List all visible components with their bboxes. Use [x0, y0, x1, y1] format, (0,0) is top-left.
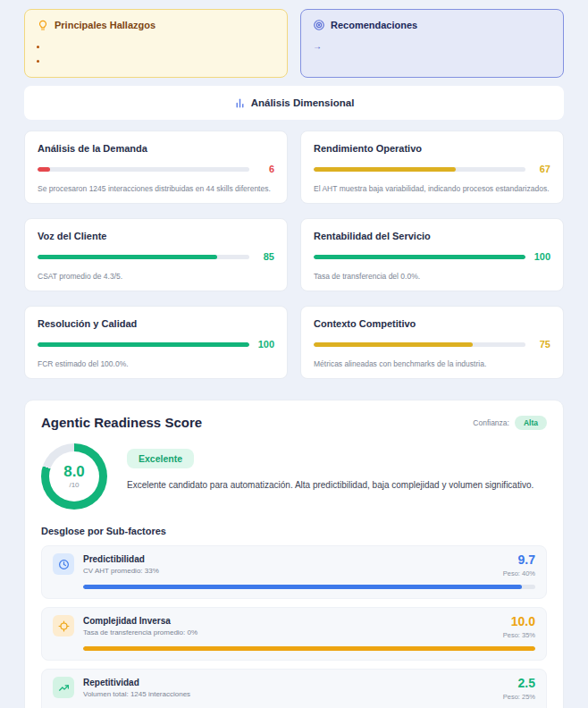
dimension-title: Rendimiento Operativo — [314, 143, 550, 154]
ars-title: Agentic Readiness Score — [41, 415, 202, 430]
progress-track — [38, 255, 249, 259]
recommendations-header: Recomendaciones — [313, 19, 551, 31]
lightbulb-icon — [37, 19, 49, 31]
findings-header: Principales Hallazgos — [37, 19, 275, 31]
crosshair-target-icon — [58, 620, 70, 632]
target-icon — [313, 19, 325, 31]
factor-weight: Peso: 25% — [503, 693, 535, 701]
dimension-caption: Se procesaron 1245 interacciones distrib… — [38, 184, 274, 193]
dimension-caption: El AHT muestra baja variabilidad, indica… — [314, 184, 550, 193]
factor-header: Repetitividad Volumen total: 1245 intera… — [53, 677, 535, 701]
findings-title: Principales Hallazgos — [55, 20, 155, 30]
factor-icon-wrap — [53, 677, 74, 698]
summary-row: Principales Hallazgos Recomendaciones → — [24, 9, 564, 78]
recommendation-arrow: → — [313, 41, 551, 51]
dimension-title: Rentabilidad del Servicio — [314, 231, 550, 241]
factor-score-col: 9.7 Peso: 40% — [503, 553, 535, 577]
factor-progress-track — [83, 646, 535, 651]
factor-progress-fill — [83, 646, 535, 651]
dimension-card-rentabilidad: Rentabilidad del Servicio 100 Tasa de tr… — [300, 218, 564, 291]
factor-meta: Repetitividad Volumen total: 1245 intera… — [83, 677, 494, 698]
factor-score-col: 10.0 Peso: 35% — [503, 615, 535, 639]
factor-weight: Peso: 40% — [503, 569, 535, 577]
score-summary: 8.0 /10 Excelente Excelente candidato pa… — [41, 443, 547, 510]
confidence-badge: Alta — [515, 416, 547, 430]
dimension-card-voz-cliente: Voz del Cliente 85 CSAT promedio de 4.3/… — [24, 218, 288, 291]
findings-list — [37, 39, 275, 68]
progress-track — [38, 167, 249, 172]
dimension-progress: 100 — [38, 339, 274, 350]
confidence-label: Confianza: — [473, 418, 509, 427]
factor-detail: Volumen total: 1245 interacciones — [83, 690, 494, 698]
dimension-caption: Tasa de transferencia del 0.0%. — [314, 272, 550, 281]
clock-icon — [58, 559, 70, 570]
gauge-score-max: /10 — [69, 481, 79, 489]
factor-row-repetitividad: Repetitividad Volumen total: 1245 intera… — [41, 669, 547, 708]
dimension-card-rendimiento: Rendimiento Operativo 67 El AHT muestra … — [300, 131, 564, 204]
ars-header: Agentic Readiness Score Confianza: Alta — [41, 415, 547, 430]
dimension-score: 6 — [256, 164, 274, 174]
dimension-title: Análisis de la Demanda — [38, 143, 274, 154]
progress-fill — [38, 255, 217, 259]
score-verdict: Excelente Excelente candidato para autom… — [127, 443, 547, 490]
trending-up-icon — [58, 682, 70, 694]
analysis-section-header: Análisis Dimensional — [24, 86, 564, 120]
gauge-score-value: 8.0 — [63, 464, 85, 479]
gauge-center: 8.0 /10 — [49, 451, 99, 502]
progress-fill — [38, 167, 50, 172]
progress-fill — [38, 342, 249, 347]
dimension-grid: Análisis de la Demanda 6 Se procesaron 1… — [24, 131, 564, 379]
dimension-score: 100 — [256, 339, 274, 350]
factor-name: Complejidad Inversa — [83, 616, 494, 626]
dimension-caption: Métricas alineadas con benchmarks de la … — [314, 359, 550, 368]
analysis-section-title: Análisis Dimensional — [251, 97, 355, 108]
dimension-score: 100 — [533, 251, 550, 262]
factor-icon-wrap — [53, 553, 74, 575]
progress-fill — [314, 167, 456, 172]
findings-card: Principales Hallazgos — [24, 9, 288, 78]
dimension-title: Voz del Cliente — [38, 231, 274, 241]
dimension-score: 75 — [533, 339, 550, 350]
bullet-dot-icon — [37, 46, 39, 48]
factor-progress-fill — [83, 585, 522, 589]
factor-score: 2.5 — [503, 677, 535, 689]
progress-track — [314, 255, 525, 259]
agentic-readiness-card: Agentic Readiness Score Confianza: Alta … — [24, 400, 564, 708]
factor-detail: Tasa de transferencia promedio: 0% — [83, 628, 494, 636]
findings-item — [37, 54, 275, 68]
progress-track — [314, 167, 525, 172]
factor-score: 10.0 — [503, 615, 535, 628]
ars-description: Excelente candidato para automatización.… — [127, 480, 547, 490]
factor-score-col: 2.5 Peso: 25% — [503, 677, 535, 701]
bullet-dot-icon — [37, 60, 39, 63]
dimension-card-demanda: Análisis de la Demanda 6 Se procesaron 1… — [24, 131, 288, 204]
dimension-card-resolucion: Resolución y Calidad 100 FCR estimado de… — [24, 306, 288, 379]
factor-progress-track — [83, 585, 535, 589]
factor-row-complejidad: Complejidad Inversa Tasa de transferenci… — [41, 607, 547, 661]
progress-fill — [314, 255, 525, 259]
dimension-progress: 67 — [314, 164, 550, 174]
recommendations-card: Recomendaciones → — [300, 9, 564, 78]
progress-fill — [314, 342, 473, 347]
dimension-progress: 85 — [38, 251, 274, 262]
breakdown-title: Desglose por Sub-factores — [41, 526, 547, 536]
dimension-title: Resolución y Calidad — [38, 318, 274, 329]
progress-track — [314, 342, 525, 347]
factor-detail: CV AHT promedio: 33% — [83, 567, 494, 575]
dimension-caption: CSAT promedio de 4.3/5. — [38, 272, 274, 281]
factor-name: Predictibilidad — [83, 554, 494, 564]
factor-header: Complejidad Inversa Tasa de transferenci… — [53, 615, 535, 639]
bar-chart-icon — [234, 97, 246, 109]
factor-meta: Complejidad Inversa Tasa de transferenci… — [83, 615, 494, 636]
dimension-card-contexto: Contexto Competitivo 75 Métricas alinead… — [300, 306, 564, 379]
dimension-score: 85 — [256, 251, 274, 262]
factor-weight: Peso: 35% — [503, 631, 535, 639]
dimension-progress: 6 — [38, 164, 274, 174]
factor-score: 9.7 — [503, 553, 535, 566]
dimension-title: Contexto Competitivo — [314, 318, 550, 329]
dimension-score: 67 — [533, 164, 550, 174]
findings-item — [37, 39, 275, 54]
factor-header: Predictibilidad CV AHT promedio: 33% 9.7… — [53, 553, 535, 577]
factor-name: Repetitividad — [83, 678, 494, 687]
dimension-caption: FCR estimado del 100.0%. — [38, 359, 274, 368]
